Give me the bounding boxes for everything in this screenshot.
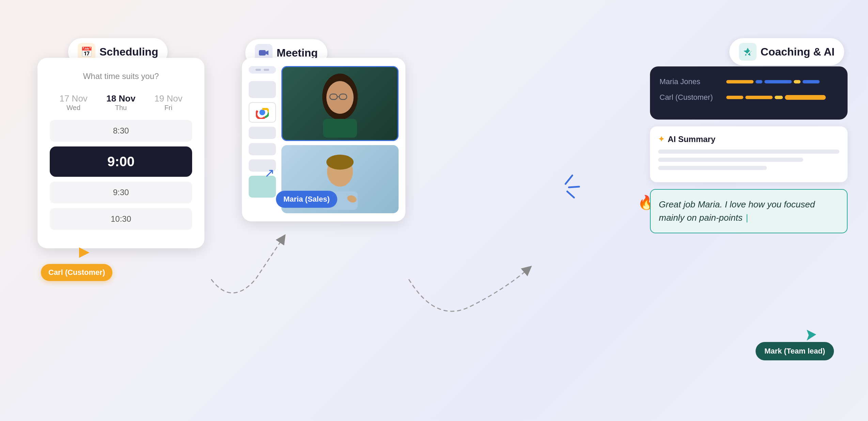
yellow-pointer-icon: ▶ [79,244,90,259]
ai-summary-box: ✦ AI Summary [650,126,848,182]
carl-bar-highlight [785,95,826,100]
date-col-fri: 19 Nov Fri [145,93,192,112]
svg-line-3 [565,175,572,184]
ai-spark-icon: ✦ [658,135,664,144]
participant-maria-row: Maria Jones [660,77,838,86]
day-name-wed: Wed [50,104,97,112]
svg-rect-15 [323,119,357,138]
day-name-fri: Fri [145,104,192,112]
coaching-pill-label: Coaching & AI [761,46,835,58]
date-col-thu: 18 Nov Thu [97,93,144,112]
bar-5 [803,80,820,83]
scheduling-subtitle: What time suits you? [50,72,192,81]
carl-audio-bars [726,95,838,100]
svg-rect-6 [259,50,266,56]
date-num-fri: 19 Nov [145,93,192,104]
time-slot-930[interactable]: 9:30 [50,182,192,203]
day-name-thu: Thu [97,104,144,112]
chrome-cursor-icon: ↗ [264,166,275,180]
svg-marker-21 [807,330,816,341]
svg-point-9 [260,110,264,114]
meeting-topbar [249,66,276,74]
coaching-panel: Maria Jones Carl (Customer) ✦ AI Summa [650,66,848,233]
date-num-wed: 17 Nov [50,93,97,104]
svg-point-17 [326,155,354,170]
chrome-icon-block [249,102,276,123]
maria-sales-tag: Maria (Sales) [276,191,337,208]
date-row: 17 Nov Wed 18 Nov Thu 19 Nov Fri [50,93,192,112]
coaching-section-pill: Coaching & AI [729,38,844,65]
svg-line-4 [569,187,579,187]
meeting-sidebar [249,66,276,213]
time-slot-900-selected[interactable]: 9:00 [50,146,192,177]
participant-carl-row: Carl (Customer) [660,93,838,102]
date-col-wed: 17 Nov Wed [50,93,97,112]
bar-1 [726,80,754,83]
teal-cursor-icon [805,328,818,343]
ai-summary-label: ✦ AI Summary [658,135,839,144]
coaching-inner: Maria Jones Carl (Customer) [650,66,848,120]
participant-carl-name: Carl (Customer) [660,93,721,102]
carl-bar-2 [745,96,773,99]
comment-text: Great job Maria. I love how you focused … [659,199,815,223]
svg-point-11 [326,81,354,114]
sidebar-block-2 [249,127,276,139]
video-slot-maria [281,66,399,141]
summary-line-1 [658,150,839,154]
ai-summary-text: AI Summary [668,135,715,144]
bar-2 [756,80,762,83]
selected-time-label: 9:00 [107,154,135,169]
carl-bar-3 [775,96,783,99]
carl-bar-1 [726,96,743,99]
coaching-comment-box: Great job Maria. I love how you focused … [650,189,848,233]
date-num-thu: 18 Nov [97,93,144,104]
sidebar-block-1 [249,81,276,98]
svg-line-5 [567,191,574,198]
participant-maria-name: Maria Jones [660,77,721,86]
scheduling-panel: What time suits you? 17 Nov Wed 18 Nov T… [37,58,204,248]
time-slot-1030[interactable]: 10:30 [50,208,192,230]
scheduling-pill-label: Scheduling [99,46,158,58]
cursor-line: | [746,213,748,223]
time-slot-830[interactable]: 8:30 [50,120,192,142]
summary-line-3 [658,166,767,170]
summary-line-2 [658,158,803,162]
meeting-pill-label: Meeting [277,47,318,59]
coaching-icon [739,43,757,61]
carl-customer-tag: Carl (Customer) [41,264,112,281]
comment-container: 🔥 Great job Maria. I love how you focuse… [650,189,848,233]
mark-teamlead-tag: Mark (Team lead) [756,342,834,360]
maria-audio-bars [726,80,838,83]
sidebar-block-3 [249,143,276,155]
bar-3 [764,80,792,83]
bar-4 [794,80,801,83]
